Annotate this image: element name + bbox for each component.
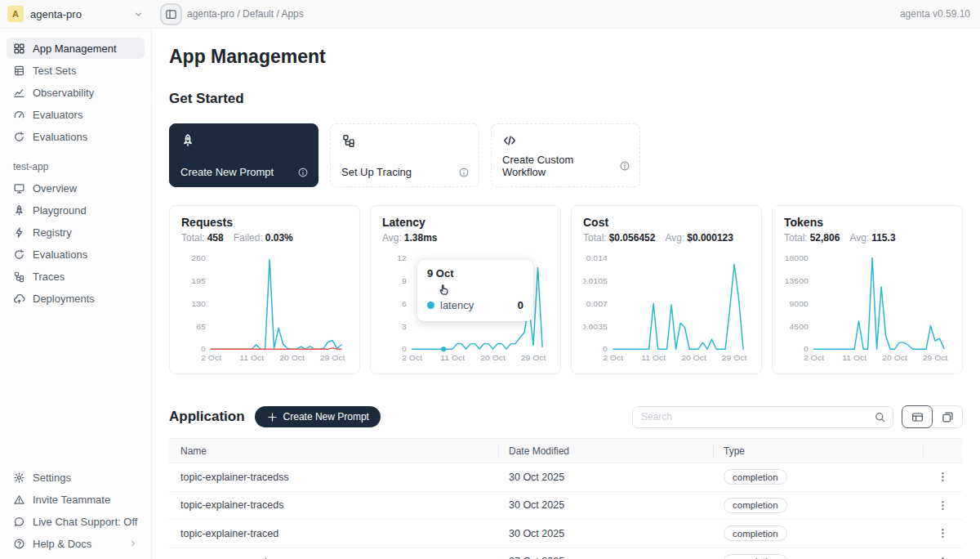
create-new-prompt-button[interactable]: Create New Prompt <box>255 406 381 427</box>
svg-text:0.0105: 0.0105 <box>583 276 608 285</box>
rocket-icon <box>180 133 307 148</box>
sidebar-item-test-sets[interactable]: Test Sets <box>7 60 145 81</box>
chart-stat: Failed:0.03% <box>234 232 293 244</box>
sidebar-item-playground[interactable]: Playground <box>7 199 145 221</box>
chart-stat: Avg:$0.000123 <box>665 232 733 244</box>
svg-text:0: 0 <box>603 345 608 354</box>
search-icon[interactable] <box>866 407 893 427</box>
sidebar-toggle-button[interactable] <box>160 3 182 25</box>
svg-text:29 Oct: 29 Oct <box>923 354 948 363</box>
tooltip-value: 0 <box>518 299 523 311</box>
table-row[interactable]: topic-explainer-traceds30 Oct 2025comple… <box>169 492 963 521</box>
card-label: Create New Prompt <box>180 166 274 178</box>
sidebar-item-settings[interactable]: Settings <box>7 467 145 488</box>
chart-card-requests: RequestsTotal:458Failed:0.03%06513019526… <box>169 205 360 374</box>
search-input[interactable] <box>633 411 866 423</box>
table-view-button[interactable] <box>902 405 933 428</box>
get-started-card-create-new-prompt[interactable]: Create New Prompt <box>169 123 318 187</box>
sidebar-item-overview[interactable]: Overview <box>7 177 145 199</box>
chevron-down-icon <box>133 9 144 20</box>
cursor-hand-icon <box>438 282 452 296</box>
svg-text:130: 130 <box>191 299 206 308</box>
sidebar: App ManagementTest SetsObservabilityEval… <box>0 28 152 559</box>
svg-text:29 Oct: 29 Oct <box>320 354 345 363</box>
chart-title: Requests <box>181 216 348 229</box>
info-icon <box>458 167 470 178</box>
sidebar-item-registry[interactable]: Registry <box>7 221 145 243</box>
sidebar-item-help-docs[interactable]: Help & Docs <box>7 533 145 554</box>
metrics-charts: RequestsTotal:458Failed:0.03%06513019526… <box>169 205 963 374</box>
svg-text:2 Oct: 2 Oct <box>603 354 623 363</box>
sidebar-item-evaluations[interactable]: Evaluations <box>7 244 145 265</box>
sidebar-item-traces[interactable]: Traces <box>7 266 145 287</box>
app-name[interactable]: topic-explainer-traced <box>169 528 498 539</box>
workspace-name: agenta-pro <box>30 8 82 20</box>
chat-icon <box>13 516 25 528</box>
svg-text:0: 0 <box>804 345 808 354</box>
plus-icon <box>266 411 278 423</box>
code-icon <box>502 133 629 148</box>
column-header-date-modified[interactable]: Date Modified <box>498 445 713 457</box>
sidebar-item-evaluations[interactable]: Evaluations <box>7 126 145 147</box>
column-header-name[interactable]: Name <box>169 445 498 457</box>
app-name[interactable]: topic-explainer-tracedss <box>169 472 498 483</box>
app-name[interactable]: career-assessment <box>169 556 498 559</box>
sidebar-item-deployments[interactable]: Deployments <box>7 288 145 309</box>
sidebar-item-label: Evaluations <box>33 248 87 261</box>
sidebar-item-observability[interactable]: Observability <box>7 82 145 103</box>
svg-text:260: 260 <box>191 253 206 262</box>
sidebar-item-label: Observability <box>33 87 94 99</box>
breadcrumb[interactable]: agenta-pro / Default / Apps <box>187 8 304 20</box>
tracing-icon <box>341 133 468 148</box>
row-actions-menu-icon[interactable] <box>937 556 949 559</box>
svg-text:2 Oct: 2 Oct <box>402 354 422 363</box>
type-badge: completion <box>724 554 787 559</box>
svg-text:11 Oct: 11 Oct <box>440 354 465 363</box>
refresh-icon <box>13 131 25 143</box>
type-badge: completion <box>724 498 787 513</box>
sidebar-item-live-chat-support-off[interactable]: Live Chat Support: Off <box>7 511 145 532</box>
tooltip-series-label: latency <box>440 299 474 311</box>
cloud-icon <box>13 293 25 305</box>
sidebar-item-invite-teammate[interactable]: Invite Teammate <box>7 489 145 510</box>
app-name[interactable]: topic-explainer-traceds <box>169 499 498 511</box>
rocket-icon <box>13 204 25 217</box>
table-settings-icon[interactable] <box>937 445 949 457</box>
app-date-modified: 30 Oct 2025 <box>498 499 713 511</box>
svg-text:9: 9 <box>402 276 407 285</box>
main-content: App Management Get Started Create New Pr… <box>152 28 980 559</box>
svg-text:9000: 9000 <box>790 299 808 308</box>
get-started-heading: Get Started <box>169 91 963 107</box>
svg-text:20 Oct: 20 Oct <box>681 354 706 363</box>
row-actions-menu-icon[interactable] <box>937 471 949 483</box>
row-actions-menu-icon[interactable] <box>937 527 949 539</box>
sidebar-item-app-management[interactable]: App Management <box>7 38 145 59</box>
table-body: topic-explainer-tracedss30 Oct 2025compl… <box>169 463 963 559</box>
row-actions-menu-icon[interactable] <box>937 499 949 512</box>
workspace-selector[interactable]: A agenta-pro <box>0 6 152 22</box>
sidebar-item-label: Evaluators <box>33 109 82 121</box>
chevron-right-icon <box>128 539 138 548</box>
svg-text:195: 195 <box>191 276 206 285</box>
table-row[interactable]: topic-explainer-tracedss30 Oct 2025compl… <box>169 463 963 492</box>
sidebar-item-evaluators[interactable]: Evaluators <box>7 104 145 125</box>
table-row[interactable]: career-assessment27 Oct 2025completion <box>169 548 963 559</box>
chart-stat: Total:52,806 <box>784 232 840 244</box>
table-row[interactable]: topic-explainer-traced30 Oct 2025complet… <box>169 520 963 548</box>
svg-text:0.0035: 0.0035 <box>583 322 608 331</box>
column-header-type[interactable]: Type <box>713 445 923 457</box>
app-date-modified: 30 Oct 2025 <box>498 528 713 539</box>
get-started-cards: Create New PromptSet Up TracingCreate Cu… <box>169 123 963 187</box>
svg-text:11 Oct: 11 Oct <box>239 354 264 363</box>
legend-dot <box>427 302 434 309</box>
tree-icon <box>13 271 25 283</box>
svg-text:11 Oct: 11 Oct <box>641 354 666 363</box>
chart-title: Latency <box>382 216 549 229</box>
svg-text:29 Oct: 29 Oct <box>722 354 747 363</box>
get-started-card-set-up-tracing[interactable]: Set Up Tracing <box>330 123 479 187</box>
table-header: Name Date Modified Type <box>169 438 963 463</box>
sidebar-item-label: Overview <box>33 182 77 195</box>
type-badge: completion <box>724 525 787 541</box>
card-view-button[interactable] <box>932 405 963 428</box>
get-started-card-create-custom-workflow[interactable]: Create Custom Workflow <box>491 123 640 187</box>
